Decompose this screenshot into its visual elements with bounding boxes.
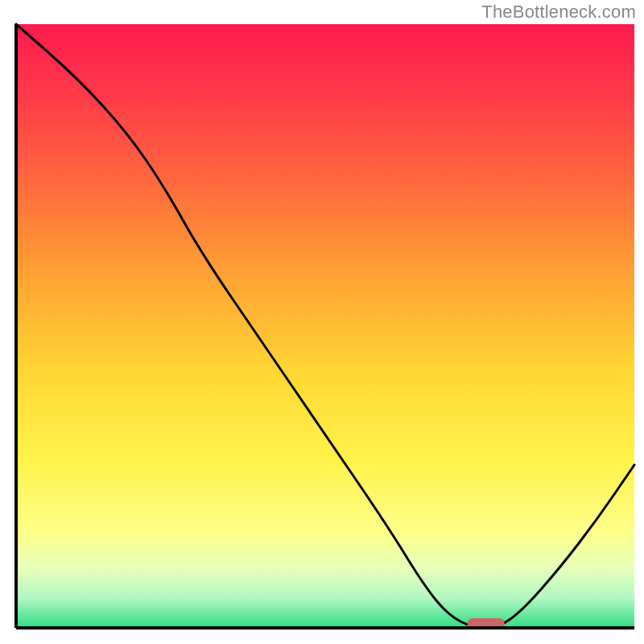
gradient-background: [16, 24, 634, 628]
watermark-text: TheBottleneck.com: [481, 2, 636, 23]
bottleneck-chart: [0, 0, 644, 644]
